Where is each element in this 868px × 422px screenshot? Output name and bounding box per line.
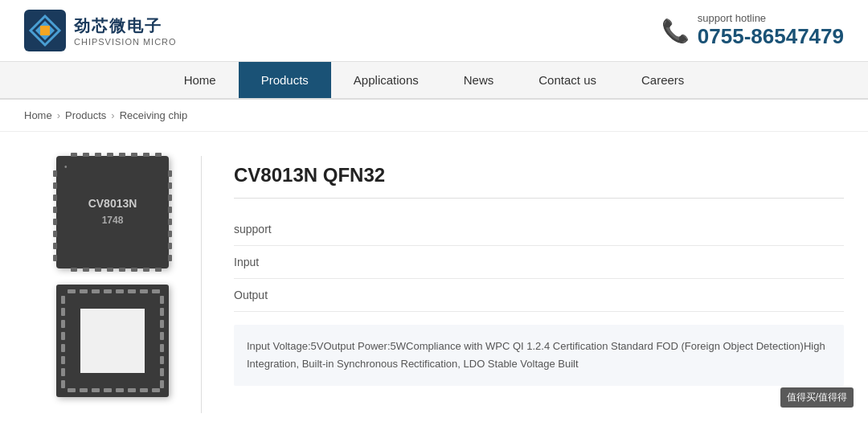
- nav: Home Products Applications News Contact …: [0, 62, 868, 100]
- svg-rect-3: [40, 26, 50, 35]
- chip-images: CV8013N 1748: [24, 156, 169, 413]
- logo-chinese: 劲芯微电子: [74, 15, 177, 37]
- nav-item-home[interactable]: Home: [162, 62, 239, 98]
- logo-icon: [24, 10, 66, 51]
- chip-bottom-inner: [80, 309, 145, 373]
- breadcrumb-current: Receiving chip: [120, 109, 188, 121]
- phone-icon: 📞: [661, 18, 690, 44]
- breadcrumb-products[interactable]: Products: [65, 109, 106, 121]
- spec-row-support: support: [234, 213, 844, 246]
- product-details: CV8013N QFN32 support Input Output Input…: [201, 156, 844, 413]
- main-content: CV8013N 1748: [0, 132, 868, 422]
- breadcrumb-sep-2: ›: [111, 109, 114, 121]
- hotline-area: 📞 support hotline 0755-86547479: [661, 12, 844, 49]
- nav-item-applications[interactable]: Applications: [331, 62, 441, 98]
- hotline-text: support hotline 0755-86547479: [698, 12, 844, 49]
- header: 劲芯微电子 CHIPSVISION MICRO 📞 support hotlin…: [0, 0, 868, 62]
- logo-english: CHIPSVISION MICRO: [74, 37, 177, 47]
- chip-bottom-image: [56, 285, 169, 397]
- spec-row-input: Input: [234, 246, 844, 279]
- breadcrumb-home[interactable]: Home: [24, 109, 52, 121]
- nav-item-news[interactable]: News: [441, 62, 517, 98]
- breadcrumb-sep-1: ›: [57, 109, 60, 121]
- nav-item-careers[interactable]: Careers: [619, 62, 706, 98]
- spec-row-output: Output: [234, 279, 844, 312]
- logo-text: 劲芯微电子 CHIPSVISION MICRO: [74, 15, 177, 47]
- chip-top-image: CV8013N 1748: [56, 156, 169, 268]
- breadcrumb: Home › Products › Receiving chip: [0, 100, 868, 132]
- logo-area: 劲芯微电子 CHIPSVISION MICRO: [24, 10, 177, 51]
- nav-item-products[interactable]: Products: [239, 62, 331, 98]
- nav-item-contact[interactable]: Contact us: [516, 62, 619, 98]
- hotline-number: 0755-86547479: [698, 24, 844, 49]
- chip-label: CV8013N 1748: [88, 196, 137, 227]
- hotline-label: support hotline: [698, 12, 844, 24]
- product-title: CV8013N QFN32: [234, 164, 844, 199]
- spec-description: Input Voltage:5VOutput Power:5WComplianc…: [234, 325, 844, 386]
